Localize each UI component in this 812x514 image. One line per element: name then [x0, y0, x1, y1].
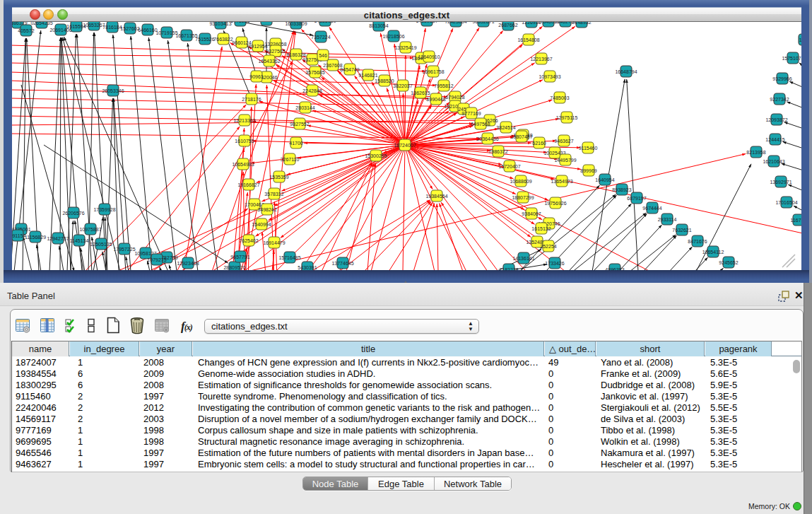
- svg-text:7632621: 7632621: [672, 228, 691, 233]
- svg-text:1079275: 1079275: [147, 257, 166, 262]
- svg-text:41700: 41700: [289, 141, 303, 146]
- svg-text:1588520: 1588520: [375, 78, 394, 83]
- svg-text:546: 546: [319, 53, 327, 58]
- svg-text:1733426: 1733426: [545, 261, 564, 266]
- svg-text:10654983: 10654983: [232, 162, 254, 167]
- svg-text:1535359: 1535359: [269, 175, 288, 180]
- svg-text:8813054: 8813054: [369, 23, 388, 28]
- svg-text:2803144: 2803144: [295, 105, 314, 110]
- svg-text:17359928: 17359928: [93, 207, 115, 212]
- svg-text:9329966: 9329966: [772, 76, 792, 81]
- svg-text:28809570: 28809570: [223, 265, 245, 270]
- svg-text:13325419: 13325419: [394, 45, 416, 50]
- svg-text:9384067: 9384067: [522, 211, 541, 216]
- svg-text:7955812: 7955812: [434, 83, 453, 88]
- svg-text:93103413: 93103413: [209, 22, 231, 26]
- svg-text:9227342: 9227342: [770, 97, 789, 102]
- svg-text:405572: 405572: [18, 28, 34, 33]
- svg-text:16914479: 16914479: [263, 240, 285, 245]
- svg-text:16033809: 16033809: [285, 22, 307, 26]
- svg-text:12975115: 12975115: [556, 115, 578, 120]
- svg-text:3822037: 3822037: [393, 83, 412, 88]
- svg-text:13640910: 13640910: [418, 54, 440, 59]
- svg-text:10653267: 10653267: [83, 23, 105, 28]
- svg-text:12213363: 12213363: [233, 118, 255, 123]
- svg-text:20364436: 20364436: [476, 136, 498, 141]
- svg-text:1112: 1112: [799, 37, 801, 42]
- svg-text:1540994: 1540994: [252, 222, 271, 227]
- svg-text:15720407: 15720407: [498, 164, 520, 169]
- svg-text:12942737: 12942737: [47, 236, 69, 241]
- svg-text:2687662: 2687662: [498, 23, 517, 28]
- svg-text:7625402: 7625402: [239, 238, 258, 243]
- svg-text:12093872: 12093872: [765, 117, 787, 122]
- svg-text:16648794: 16648794: [615, 69, 637, 74]
- svg-text:16961758: 16961758: [422, 69, 444, 74]
- svg-text:15716485: 15716485: [278, 255, 300, 260]
- svg-text:8454749: 8454749: [340, 67, 359, 72]
- svg-text:4896383: 4896383: [605, 267, 624, 271]
- svg-text:8938923: 8938923: [612, 187, 631, 192]
- svg-text:252254: 252254: [540, 244, 556, 249]
- svg-text:17016504: 17016504: [775, 200, 797, 205]
- svg-text:9777169: 9777169: [461, 111, 481, 116]
- svg-text:26053346: 26053346: [102, 88, 124, 93]
- svg-text:16154808: 16154808: [517, 37, 539, 42]
- svg-text:899969: 899969: [580, 168, 596, 173]
- svg-text:10688609: 10688609: [510, 179, 531, 184]
- svg-text:1362615: 1362615: [411, 90, 430, 95]
- svg-text:19756926: 19756926: [544, 201, 566, 206]
- svg-text:12213967: 12213967: [530, 57, 552, 62]
- svg-text:26206576: 26206576: [62, 211, 84, 216]
- svg-text:3267110: 3267110: [281, 157, 300, 162]
- svg-text:18807299: 18807299: [512, 195, 534, 200]
- svg-text:16210643: 16210643: [763, 159, 784, 164]
- svg-text:7485003: 7485003: [550, 95, 569, 100]
- svg-text:9245652: 9245652: [719, 260, 738, 265]
- svg-text:15300295: 15300295: [365, 153, 387, 158]
- svg-text:18724007: 18724007: [394, 143, 416, 148]
- svg-text:9827552: 9827552: [290, 122, 309, 127]
- svg-text:1640954: 1640954: [595, 177, 614, 182]
- svg-text:9674444: 9674444: [642, 206, 661, 211]
- svg-text:02654235: 02654235: [30, 22, 52, 25]
- svg-text:13774645: 13774645: [331, 261, 353, 266]
- svg-text:7515526: 7515526: [195, 37, 214, 42]
- svg-text:7182278: 7182278: [499, 267, 518, 271]
- svg-text:9115460: 9115460: [579, 146, 598, 151]
- svg-text:3575685: 3575685: [305, 70, 324, 75]
- svg-text:9657791: 9657791: [230, 255, 249, 259]
- svg-text:6497568: 6497568: [471, 122, 490, 127]
- svg-text:14136141: 14136141: [512, 256, 534, 261]
- svg-text:64835030: 64835030: [314, 22, 336, 23]
- svg-text:8990448: 8990448: [426, 97, 445, 102]
- svg-text:3498242: 3498242: [257, 207, 276, 212]
- svg-text:1244415: 1244415: [765, 137, 784, 142]
- svg-text:6466160: 6466160: [138, 28, 157, 33]
- svg-text:8213958: 8213958: [746, 150, 765, 155]
- svg-text:991154: 991154: [12, 233, 26, 238]
- svg-text:2933114: 2933114: [658, 217, 677, 222]
- svg-text:14495799: 14495799: [554, 158, 576, 163]
- svg-text:12923468: 12923468: [177, 261, 199, 266]
- svg-text:2242848: 2242848: [302, 88, 322, 93]
- svg-text:8148932: 8148932: [572, 22, 591, 25]
- svg-text:16543362: 16543362: [258, 59, 280, 64]
- svg-text:1145134: 1145134: [70, 238, 89, 243]
- svg-text:1610755: 1610755: [235, 139, 254, 144]
- svg-text:90961: 90961: [249, 74, 264, 79]
- svg-text:8186328: 8186328: [286, 52, 305, 57]
- svg-text:72423884: 72423884: [445, 22, 466, 24]
- svg-text:9327505: 9327505: [266, 49, 285, 54]
- svg-text:1527602: 1527602: [120, 26, 139, 31]
- svg-text:3824514: 3824514: [496, 125, 515, 130]
- svg-text:9146821: 9146821: [358, 73, 377, 78]
- svg-text:2718176: 2718176: [242, 97, 261, 102]
- svg-text:10973493: 10973493: [539, 74, 560, 79]
- svg-text:6879197: 6879197: [627, 196, 646, 201]
- svg-text:13692971: 13692971: [770, 180, 792, 185]
- svg-text:64139537: 64139537: [416, 22, 437, 23]
- svg-text:19166827: 19166827: [237, 182, 259, 187]
- svg-text:16671355: 16671355: [175, 33, 197, 38]
- svg-text:6794028: 6794028: [445, 95, 464, 100]
